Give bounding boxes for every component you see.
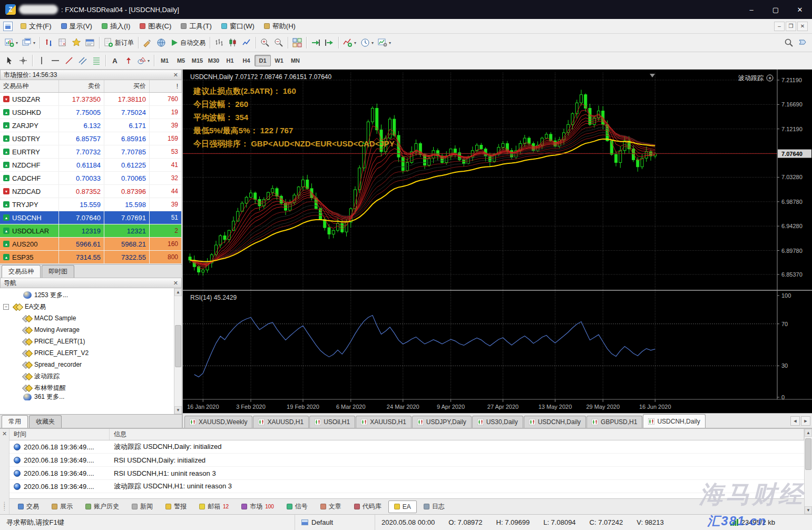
navigator-item[interactable]: − PRICE_ALERT(1) xyxy=(0,336,182,347)
menu-item[interactable]: 插入(I) xyxy=(97,19,135,33)
new-chart-button[interactable]: ▾ xyxy=(3,36,20,50)
market-watch-row[interactable]: USDHKD 7.75005 7.75024 19 xyxy=(0,106,182,119)
market-watch-tab[interactable]: 即时图 xyxy=(42,265,74,278)
chart-tab[interactable]: XAUUSD,H1 xyxy=(253,416,309,428)
terminal-tab[interactable]: 信号 xyxy=(281,500,314,513)
terminal-toggle-button[interactable] xyxy=(83,36,97,50)
menu-item[interactable]: 显示(V) xyxy=(56,19,97,33)
status-profile[interactable]: Default xyxy=(295,515,375,530)
trendline-tool-button[interactable] xyxy=(62,54,76,67)
cursor-tool-button[interactable] xyxy=(3,54,16,67)
auto-scroll-button[interactable] xyxy=(309,36,322,50)
terminal-scrollbar[interactable]: ▲ ▼ xyxy=(804,429,812,514)
chart-tab[interactable]: XAUUSD,Weekly xyxy=(184,416,252,428)
close-button[interactable]: ✕ xyxy=(788,0,812,19)
market-watch-row[interactable]: AUS200 5966.61 5968.21 160 xyxy=(0,238,182,251)
menu-item[interactable]: 工具(T) xyxy=(176,19,217,33)
scroll-down-icon[interactable]: ▼ xyxy=(805,506,812,514)
market-watch-row[interactable]: TRYJPY 15.559 15.598 39 xyxy=(0,198,182,211)
scrollbar-thumb[interactable] xyxy=(805,438,811,470)
market-watch-row[interactable]: NZDCHF 0.61184 0.61225 41 xyxy=(0,159,182,172)
metaeditor-button[interactable] xyxy=(141,36,154,50)
navigator-item[interactable]: − EA交易 xyxy=(0,301,182,312)
terminal-tab[interactable]: 文章 xyxy=(315,500,347,513)
terminal-tab[interactable]: 代码库 xyxy=(348,500,387,513)
shapes-button[interactable]: ▾ xyxy=(135,54,152,67)
menu-item[interactable]: 图表(C) xyxy=(135,19,176,33)
navigator-tab[interactable]: 收藏夹 xyxy=(29,415,62,428)
terminal-tab[interactable]: 账户历史 xyxy=(80,500,125,513)
search-button[interactable] xyxy=(782,36,796,50)
indicators-button[interactable]: ▾ xyxy=(341,36,358,50)
navigator-item[interactable]: − MACD Sample xyxy=(0,312,182,324)
menu-item[interactable]: 文件(F) xyxy=(16,19,56,33)
child-restore-button[interactable]: ❐ xyxy=(786,22,796,31)
templates-button[interactable]: ▾ xyxy=(376,36,393,50)
market-watch-row[interactable]: NZDCAD 0.87352 0.87396 44 xyxy=(0,185,182,198)
periods-button[interactable]: ▾ xyxy=(358,36,376,50)
channel-tool-button[interactable] xyxy=(76,54,90,67)
connection-status[interactable]: 23495/2 kb xyxy=(730,518,775,526)
profiles-button[interactable]: ▾ xyxy=(20,36,37,50)
navigator-item[interactable]: − 布林带提醒 xyxy=(0,382,182,394)
menu-item[interactable]: 帮助(H) xyxy=(259,19,300,33)
terminal-row[interactable]: 2020.06.18 19:36:49.... RSI USDCNH,Daily… xyxy=(9,454,804,467)
market-watch-header[interactable]: 市场报价: 14:56:33 ✕ xyxy=(0,70,182,80)
column-time[interactable]: 时间 xyxy=(9,429,110,440)
zoom-out-button[interactable] xyxy=(272,36,286,50)
column-ask[interactable]: 买价 xyxy=(104,80,150,92)
column-bid[interactable]: 卖价 xyxy=(59,80,104,92)
terminal-tab[interactable]: 新闻 xyxy=(126,500,159,513)
timeframe-button[interactable]: M30 xyxy=(206,55,222,66)
navigator-item[interactable]: − 1253 更多... xyxy=(0,289,182,301)
terminal-tab[interactable]: 市场 100 xyxy=(236,500,280,513)
community-button[interactable] xyxy=(796,36,809,50)
terminal-tab[interactable]: 展示 xyxy=(46,500,79,513)
tree-expander-icon[interactable]: − xyxy=(3,304,9,310)
navigator-item[interactable]: − PRICE_ALERT_V2 xyxy=(0,347,182,359)
column-message[interactable]: 信息 xyxy=(110,429,804,440)
horizontal-line-tool-button[interactable] xyxy=(48,54,62,67)
child-minimize-button[interactable]: – xyxy=(774,22,785,31)
market-watch-row[interactable]: ESP35 7314.55 7322.55 800 xyxy=(0,251,182,264)
timeframe-button[interactable]: W1 xyxy=(271,55,287,66)
market-watch-close-icon[interactable]: ✕ xyxy=(173,72,178,78)
scrollbar-thumb[interactable] xyxy=(175,325,181,367)
scroll-up-icon[interactable]: ▲ xyxy=(805,429,812,437)
scroll-up-icon[interactable]: ▲ xyxy=(174,288,182,296)
terminal-row[interactable]: 2020.06.18 19:36:49.... RSI USDCNH,H1: u… xyxy=(9,467,804,480)
autotrading-button[interactable]: 自动交易 xyxy=(168,36,208,50)
tile-windows-button[interactable] xyxy=(290,36,304,50)
market-watch-row[interactable]: USDZAR 17.37350 17.38110 760 xyxy=(0,93,182,106)
navigator-tab[interactable]: 常用 xyxy=(2,415,28,428)
terminal-tab[interactable]: 邮箱 12 xyxy=(193,500,234,513)
market-watch-row[interactable]: USDTRY 6.85757 6.85916 159 xyxy=(0,132,182,145)
bar-chart-type-button[interactable] xyxy=(212,36,226,50)
chart-tab[interactable]: USDCNH,Daily xyxy=(524,416,586,428)
data-window-toggle-button[interactable] xyxy=(56,36,70,50)
navigator-toggle-button[interactable] xyxy=(70,36,83,50)
child-close-button[interactable]: ✕ xyxy=(797,22,808,31)
menu-item[interactable]: 窗口(W) xyxy=(217,19,259,33)
zoom-in-button[interactable] xyxy=(258,36,272,50)
tabs-scroll-left-icon[interactable]: ◄ xyxy=(790,416,800,426)
timeframe-button[interactable]: M5 xyxy=(173,55,189,66)
market-watch-toggle-button[interactable] xyxy=(42,36,56,50)
navigator-item[interactable]: − Moving Average xyxy=(0,324,182,336)
timeframe-button[interactable]: D1 xyxy=(255,55,271,66)
market-watch-row[interactable]: CADCHF 0.70033 0.70065 32 xyxy=(0,172,182,185)
scroll-down-icon[interactable]: ▼ xyxy=(174,406,182,414)
navigator-item[interactable]: − 361 更多... xyxy=(0,394,182,400)
fibonacci-tool-button[interactable] xyxy=(90,54,103,67)
tabs-scroll-right-icon[interactable]: ► xyxy=(801,416,810,426)
column-spread[interactable]: ! xyxy=(150,80,182,92)
market-watch-row[interactable]: USDOLLAR 12319 12321 2 xyxy=(0,224,182,238)
maximize-button[interactable]: ▢ xyxy=(764,0,788,19)
terminal-tab[interactable]: 警报 xyxy=(160,500,192,513)
navigator-header[interactable]: 导航 ✕ xyxy=(0,278,182,288)
candlestick-type-button[interactable] xyxy=(226,36,240,50)
market-watch-row[interactable]: EURTRY 7.70732 7.70785 53 xyxy=(0,145,182,159)
timeframe-button[interactable]: H4 xyxy=(238,55,255,66)
navigator-scrollbar[interactable]: ▲ ▼ xyxy=(174,288,182,414)
minimize-button[interactable]: – xyxy=(739,0,764,19)
